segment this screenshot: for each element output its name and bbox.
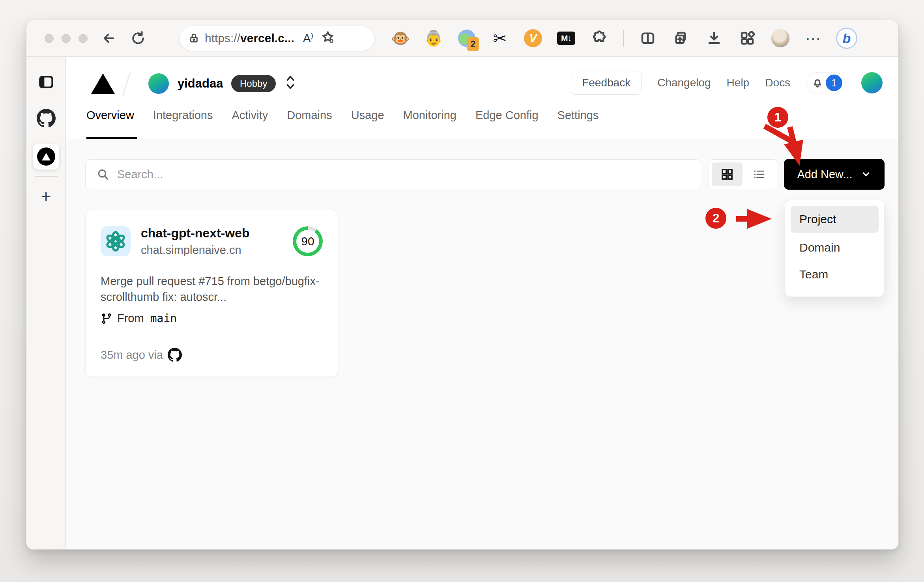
new-tab-button[interactable]: + <box>26 188 65 205</box>
tab-overview[interactable]: Overview <box>86 109 134 132</box>
extension-icons: 🐵 👵 2 ✂ V M↓ <box>390 28 857 49</box>
project-name[interactable]: chat-gpt-next-web <box>141 226 293 241</box>
browser-profile-button[interactable] <box>770 28 791 49</box>
project-domain[interactable]: chat.simplenaive.cn <box>141 244 293 257</box>
tab-domains[interactable]: Domains <box>287 109 332 132</box>
notifications-button[interactable]: 1 <box>806 72 845 93</box>
back-button[interactable] <box>101 30 117 46</box>
zoom-window-button[interactable] <box>79 34 88 43</box>
github-icon <box>168 348 182 362</box>
refresh-button[interactable] <box>130 30 146 46</box>
help-link[interactable]: Help <box>727 76 750 89</box>
grid-view-button[interactable] <box>712 162 743 186</box>
sidebar-panel-icon <box>37 73 55 91</box>
vercel-dashboard-page: yidadaa Hobby Feedback Changelog Help Do… <box>66 57 898 549</box>
dropdown-item-project[interactable]: Project <box>791 206 879 233</box>
deployed-time: 35m ago via <box>101 349 163 362</box>
pie-extension-icon[interactable]: 2 <box>456 28 477 49</box>
notification-badge: 1 <box>826 75 842 91</box>
apps-button[interactable] <box>737 28 758 49</box>
tab-usage[interactable]: Usage <box>351 109 384 132</box>
changelog-link[interactable]: Changelog <box>657 76 711 89</box>
browser-toolbar: https://vercel.c... A) 🐵 👵 2 ✂ V M↓ <box>26 20 898 57</box>
v-extension-icon[interactable]: V <box>522 28 544 49</box>
split-screen-button[interactable] <box>637 28 658 49</box>
plan-badge: Hobby <box>231 75 276 92</box>
feedback-button[interactable]: Feedback <box>571 71 642 95</box>
team-switcher-button[interactable] <box>284 74 296 92</box>
project-favicon <box>101 226 131 256</box>
branch-name: main <box>150 312 177 325</box>
tab-monitoring[interactable]: Monitoring <box>403 109 456 132</box>
split-screen-icon <box>640 30 656 47</box>
scissors-extension-icon[interactable]: ✂ <box>489 28 511 49</box>
github-favicon <box>37 109 56 128</box>
dropdown-item-domain[interactable]: Domain <box>791 234 879 261</box>
git-branch-icon <box>101 313 112 325</box>
collections-icon <box>673 30 689 47</box>
search-input[interactable] <box>117 168 690 181</box>
dropdown-item-team[interactable]: Team <box>791 261 879 288</box>
lock-icon <box>189 32 199 44</box>
annotation-step-1: 1 <box>767 107 788 128</box>
tab-integrations[interactable]: Integrations <box>153 109 213 132</box>
openai-logo-icon <box>105 231 126 252</box>
list-view-icon <box>752 168 766 181</box>
bell-icon <box>812 76 823 90</box>
screenshot-root: { "browser": { "url_scheme": "https://",… <box>0 0 924 582</box>
team-name[interactable]: yidadaa <box>178 76 223 91</box>
vercel-logo[interactable] <box>91 73 115 94</box>
markdown-extension-icon[interactable]: M↓ <box>556 28 577 49</box>
latest-commit-message: Merge pull request #715 from betgo/bugfi… <box>101 273 350 305</box>
score-value: 90 <box>293 226 323 256</box>
vertical-tab-strip: + <box>26 57 66 549</box>
speed-insights-score[interactable]: 90 <box>293 226 323 256</box>
tab-edge-config[interactable]: Edge Config <box>475 109 539 132</box>
back-arrow-icon <box>101 31 116 46</box>
favorites-button[interactable] <box>321 30 335 47</box>
address-bar[interactable]: https://vercel.c... A) <box>180 26 374 51</box>
tampermonkey-extension-icon[interactable]: 🐵 <box>390 28 411 49</box>
toolbar-divider <box>623 30 624 47</box>
chevron-up-down-icon <box>284 74 296 91</box>
minimize-window-button[interactable] <box>62 34 71 43</box>
tab-settings[interactable]: Settings <box>557 109 599 132</box>
breadcrumb-slash <box>122 72 131 96</box>
star-add-icon <box>321 30 335 44</box>
add-new-label: Add New... <box>797 168 852 181</box>
tab-activity[interactable]: Activity <box>232 109 268 132</box>
branch-row: From main <box>101 312 323 325</box>
collections-button[interactable] <box>670 28 692 49</box>
bing-icon: b <box>836 28 857 49</box>
apps-grid-icon <box>739 30 756 47</box>
downloads-button[interactable] <box>703 28 725 49</box>
bing-chat-button[interactable]: b <box>836 28 857 49</box>
deployment-meta: 35m ago via <box>101 348 323 362</box>
add-new-dropdown: Project Domain Team <box>785 200 885 297</box>
close-window-button[interactable] <box>45 34 54 43</box>
search-icon <box>97 168 109 181</box>
docs-link[interactable]: Docs <box>765 76 790 89</box>
refresh-icon <box>131 31 146 46</box>
list-view-button[interactable] <box>743 168 775 181</box>
project-search <box>85 159 701 189</box>
avatar-extension-icon[interactable]: 👵 <box>423 28 444 49</box>
add-new-button[interactable]: Add New... <box>784 159 885 190</box>
more-menu-button[interactable]: ⋯ <box>803 28 824 49</box>
project-titles: chat-gpt-next-web chat.simplenaive.cn <box>141 226 293 257</box>
vercel-favicon <box>37 147 55 166</box>
toggle-vertical-tabs-button[interactable] <box>26 73 65 91</box>
download-icon <box>706 30 722 47</box>
puzzle-icon <box>591 30 608 47</box>
window-controls <box>45 34 88 43</box>
team-avatar[interactable] <box>148 73 169 94</box>
dashboard-tabs: Overview Integrations Activity Domains U… <box>86 109 599 132</box>
extensions-menu-button[interactable] <box>589 28 610 49</box>
project-card[interactable]: chat-gpt-next-web chat.simplenaive.cn 90… <box>85 210 338 377</box>
vertical-tab-github[interactable] <box>26 109 65 128</box>
branch-prefix: From <box>117 312 144 325</box>
user-avatar[interactable] <box>861 72 883 93</box>
active-tab-card <box>33 144 59 170</box>
vertical-tab-vercel-active[interactable] <box>26 144 65 170</box>
read-aloud-button[interactable]: A) <box>303 32 313 45</box>
